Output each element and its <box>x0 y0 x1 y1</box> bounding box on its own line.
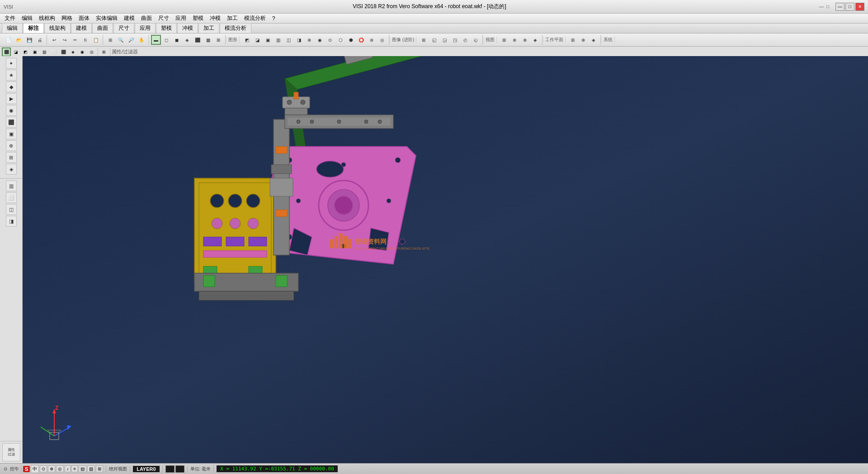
tb-zoom-in[interactable]: 🔍 <box>116 35 126 45</box>
tb-img-11[interactable]: ⬢ <box>346 35 356 45</box>
sb-btn-5[interactable]: ≡ <box>71 465 78 472</box>
tb-shape-6[interactable]: ⊞ <box>213 35 223 45</box>
tb-img-1[interactable]: ◩ <box>242 35 252 45</box>
left-icon-9[interactable]: ⊞ <box>6 152 17 163</box>
sb-btn-6[interactable]: ▤ <box>79 465 86 472</box>
left-icon-6[interactable]: ⬛ <box>6 117 17 128</box>
tab-flow[interactable]: 模流分析 <box>220 23 251 33</box>
left-icon-10[interactable]: ◈ <box>6 164 17 175</box>
sb-icon-s[interactable]: S <box>25 466 28 472</box>
tb-img-14[interactable]: ◎ <box>377 35 387 45</box>
maximize-button[interactable]: □ <box>845 3 854 11</box>
tb-sys-3[interactable]: ◈ <box>589 35 599 45</box>
tb-view-1[interactable]: ⊞ <box>419 35 429 45</box>
stb-filter-9[interactable]: ◉ <box>78 47 87 57</box>
tb-shape-2[interactable]: ◼ <box>172 35 182 45</box>
stb-snap-1[interactable]: ⊞ <box>99 47 108 57</box>
tb-copy[interactable]: ⎘ <box>80 35 90 45</box>
tb-view-2[interactable]: ◱ <box>429 35 439 45</box>
menu-flow[interactable]: 模流分析 <box>241 14 269 23</box>
menu-model[interactable]: 建模 <box>121 14 137 23</box>
tb-wp-2[interactable]: ⊕ <box>509 35 519 45</box>
status-icon-control[interactable]: ⊙ <box>2 465 9 473</box>
tb-shape-1[interactable]: ◻ <box>161 35 171 45</box>
tb-img-7[interactable]: ⊕ <box>304 35 314 45</box>
tb-view-3[interactable]: ◲ <box>439 35 449 45</box>
left-icon-3[interactable]: ◆ <box>6 81 17 92</box>
tb-print[interactable]: 🖨 <box>35 35 45 45</box>
tab-surface[interactable]: 曲面 <box>92 23 113 33</box>
tb-wp-3[interactable]: ⊗ <box>520 35 530 45</box>
left-icon-5[interactable]: ◉ <box>6 105 17 116</box>
tb-redo[interactable]: ↪ <box>60 35 70 45</box>
left-icon-8[interactable]: ⊕ <box>6 140 17 151</box>
tab-model[interactable]: 建模 <box>71 23 92 33</box>
sb-btn-8[interactable]: ⊞ <box>96 465 103 472</box>
left-icon-1[interactable]: ✦ <box>6 58 17 69</box>
menu-wireframe[interactable]: 线框构 <box>36 14 58 23</box>
tb-img-3[interactable]: ▣ <box>263 35 273 45</box>
menu-apply[interactable]: 应用 <box>173 14 189 23</box>
tb-img-8[interactable]: ◉ <box>315 35 325 45</box>
tb-pan[interactable]: ✋ <box>137 35 146 45</box>
tb-view-4[interactable]: ◳ <box>450 35 460 45</box>
menu-solid-edit[interactable]: 实体编辑 <box>93 14 120 23</box>
tb-new[interactable]: 📄 <box>4 35 14 45</box>
tb-img-5[interactable]: ◫ <box>283 35 293 45</box>
left-icon-4[interactable]: ▶ <box>6 93 17 104</box>
tab-apply[interactable]: 应用 <box>135 23 156 33</box>
left-icon-15[interactable]: 属性过滤 <box>2 443 20 461</box>
tab-machining[interactable]: 加工 <box>198 23 219 33</box>
menu-file[interactable]: 文件 <box>2 14 18 23</box>
tab-mold[interactable]: 塑模 <box>156 23 177 33</box>
tab-edit[interactable]: 编辑 <box>2 23 23 33</box>
stb-filter-4[interactable]: ▣ <box>30 47 39 57</box>
menu-mesh[interactable]: 网格 <box>59 14 75 23</box>
tb-img-2[interactable]: ◪ <box>252 35 262 45</box>
tb-img-9[interactable]: ⊙ <box>325 35 335 45</box>
tb-shape-3[interactable]: ◈ <box>182 35 192 45</box>
left-icon-7[interactable]: ▣ <box>6 128 17 139</box>
status-color-swatch[interactable] <box>165 465 175 473</box>
tb-sys-1[interactable]: ⊞ <box>568 35 578 45</box>
tb-view-6[interactable]: ◵ <box>471 35 481 45</box>
status-layer[interactable]: LAYER0 <box>133 466 159 472</box>
stb-filter-all[interactable]: ⬛ <box>2 47 11 57</box>
left-icon-13[interactable]: ◫ <box>6 204 17 215</box>
sb-btn-7[interactable]: ▧ <box>87 465 95 472</box>
tb-zoom-fit[interactable]: ⊞ <box>105 35 115 45</box>
tb-paste[interactable]: 📋 <box>91 35 101 45</box>
tb-img-6[interactable]: ◨ <box>294 35 304 45</box>
tb-save[interactable]: 💾 <box>24 35 34 45</box>
tab-annotate[interactable]: 标注 <box>23 23 44 33</box>
menu-help[interactable]: ? <box>269 14 278 23</box>
tab-wireframe[interactable]: 线架构 <box>44 23 71 33</box>
sb-btn-4[interactable]: ♪ <box>65 465 71 472</box>
viewport-3d[interactable]: 智造资料网 INTELLIGENT MANUFACTURING DATA SIT… <box>23 56 868 463</box>
tb-wp-4[interactable]: ◈ <box>530 35 540 45</box>
left-icon-14[interactable]: ◨ <box>6 216 17 227</box>
tb-shape-4[interactable]: ⬛ <box>193 35 203 45</box>
sb-btn-2[interactable]: ⊕ <box>48 465 55 472</box>
menu-dimension[interactable]: 尺寸 <box>156 14 172 23</box>
tb-wp-1[interactable]: ⊞ <box>499 35 509 45</box>
stb-filter-10[interactable]: ◎ <box>87 47 96 57</box>
tb-img-4[interactable]: ▥ <box>273 35 283 45</box>
menu-edit[interactable]: 编辑 <box>19 14 35 23</box>
menu-machining[interactable]: 加工 <box>224 14 241 23</box>
tb-img-12[interactable]: ⭕ <box>356 35 366 45</box>
stb-filter-7[interactable]: ⬛ <box>59 47 68 57</box>
tab-punch[interactable]: 冲模 <box>177 23 198 33</box>
tb-undo[interactable]: ↩ <box>49 35 59 45</box>
tb-shape-5[interactable]: ▦ <box>203 35 213 45</box>
sb-btn-1[interactable]: ⊙ <box>40 465 47 472</box>
status-color-swatch-2[interactable] <box>175 465 184 473</box>
tb-img-10[interactable]: ⬡ <box>335 35 345 45</box>
menu-mold[interactable]: 塑模 <box>190 14 206 23</box>
menu-die[interactable]: 冲模 <box>207 14 223 23</box>
close-button[interactable]: ✕ <box>855 3 864 11</box>
sb-btn-3[interactable]: ◎ <box>56 465 64 472</box>
left-icon-12[interactable]: ⬜ <box>6 192 17 203</box>
stb-filter-2[interactable]: ◪ <box>11 47 20 57</box>
tb-sys-2[interactable]: ⊕ <box>578 35 588 45</box>
